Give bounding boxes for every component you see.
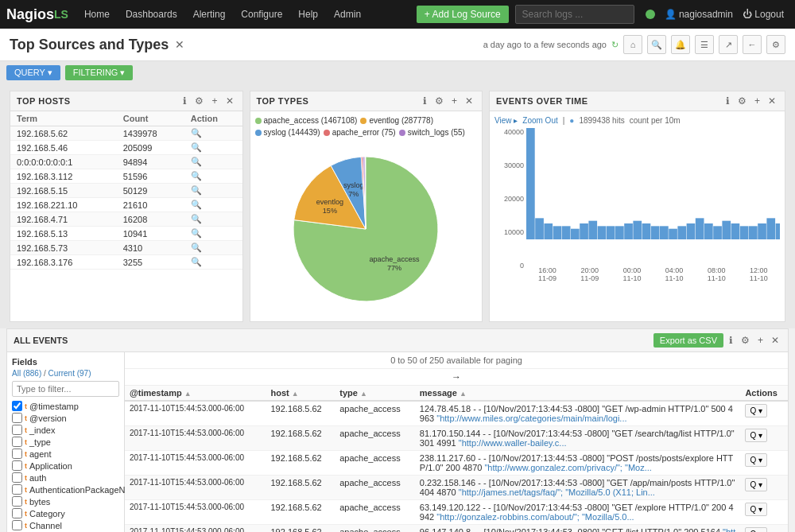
field-name-label[interactable]: _type <box>29 437 51 447</box>
host-action[interactable]: 🔍 <box>184 126 242 141</box>
nav-logout[interactable]: ⏻ Logout <box>743 9 784 20</box>
fields-all-link[interactable]: All (886) <box>12 369 41 378</box>
home-icon-btn[interactable]: ⌂ <box>623 35 642 54</box>
refresh-button[interactable]: ↻ <box>611 40 619 50</box>
settings-icon-events[interactable]: ⚙ <box>739 334 752 347</box>
host-action[interactable]: 🔍 <box>184 227 242 241</box>
table-icon-btn[interactable]: ☰ <box>695 35 714 54</box>
action-button[interactable]: Q ▾ <box>745 404 767 417</box>
add-icon-events[interactable]: + <box>755 334 766 347</box>
info-icon-events[interactable]: ℹ <box>727 334 735 347</box>
host-action[interactable]: 🔍 <box>184 255 242 270</box>
view-link[interactable]: View ▸ <box>494 116 518 125</box>
action-button[interactable]: Q ▾ <box>745 429 767 442</box>
export-csv-button[interactable]: Export as CSV <box>653 333 723 348</box>
search-icon[interactable]: 🔍 <box>191 200 202 209</box>
message-link[interactable]: "http://www.waller-bailey.c... <box>459 438 567 448</box>
field-name-label[interactable]: agent <box>29 449 52 459</box>
back-icon-btn[interactable]: ← <box>743 35 762 54</box>
search-input[interactable] <box>515 5 634 24</box>
action-button[interactable]: Q ▾ <box>745 478 767 491</box>
fields-search-input[interactable] <box>12 381 119 397</box>
field-checkbox[interactable] <box>12 437 22 447</box>
info-icon[interactable]: ℹ <box>180 95 189 107</box>
message-link[interactable]: "http://www.gonzalez.com/privacy/"; "Moz… <box>484 463 651 472</box>
close-icon[interactable]: ✕ <box>766 95 778 107</box>
action-button[interactable]: Q ▾ <box>745 527 767 532</box>
page-close-button[interactable]: ✕ <box>175 38 184 51</box>
host-action[interactable]: 🔍 <box>184 241 242 255</box>
field-checkbox[interactable] <box>12 425 22 435</box>
host-action[interactable]: 🔍 <box>184 184 242 198</box>
query-button[interactable]: QUERY ▾ <box>6 65 60 80</box>
filtering-button[interactable]: FILTERING ▾ <box>65 65 134 80</box>
add-icon[interactable]: + <box>752 95 762 107</box>
col-host[interactable]: host ▲ <box>266 386 335 401</box>
action-button[interactable]: Q ▾ <box>745 503 767 516</box>
field-checkbox[interactable] <box>12 472 22 483</box>
host-action[interactable]: 🔍 <box>184 155 242 169</box>
settings-icon[interactable]: ⚙ <box>432 95 446 107</box>
nav-alerting[interactable]: Alerting <box>185 0 234 29</box>
message-link[interactable]: "http://james.net/tags/faq/"; "Mozilla/5… <box>459 487 655 497</box>
close-icon[interactable]: ✕ <box>223 95 236 107</box>
next-page-arrow[interactable]: → <box>452 371 461 382</box>
message-link[interactable]: "http://www.miles.org/categories/main/ma… <box>436 414 626 423</box>
field-checkbox[interactable] <box>12 520 22 530</box>
search-icon[interactable]: 🔍 <box>191 228 202 238</box>
add-icon[interactable]: + <box>449 95 460 107</box>
search-icon[interactable]: 🔍 <box>191 171 202 181</box>
add-icon[interactable]: + <box>209 95 219 107</box>
field-checkbox[interactable] <box>12 508 22 518</box>
field-checkbox[interactable] <box>12 449 22 459</box>
field-name-label[interactable]: auth <box>29 473 46 483</box>
close-icon[interactable]: ✕ <box>463 95 475 107</box>
host-action[interactable]: 🔍 <box>184 141 242 155</box>
field-checkbox[interactable] <box>12 401 22 411</box>
nav-help[interactable]: Help <box>290 0 326 29</box>
action-button[interactable]: Q ▾ <box>745 453 767 467</box>
search-icon[interactable]: 🔍 <box>191 243 202 252</box>
nav-admin[interactable]: Admin <box>326 0 369 29</box>
field-name-label[interactable]: Category <box>29 509 65 518</box>
field-name-label[interactable]: Application <box>29 461 72 471</box>
nav-configure[interactable]: Configure <box>233 0 290 29</box>
field-name-label[interactable]: bytes <box>29 497 50 507</box>
search-icon-btn[interactable]: 🔍 <box>647 35 666 54</box>
search-icon[interactable]: 🔍 <box>191 214 202 223</box>
fields-current-link[interactable]: Current (97) <box>48 369 91 378</box>
nav-home[interactable]: Home <box>76 0 118 29</box>
field-name-label[interactable]: Channel <box>29 521 62 530</box>
field-checkbox[interactable] <box>12 496 22 507</box>
search-icon[interactable]: 🔍 <box>191 185 202 195</box>
search-icon[interactable]: 🔍 <box>191 257 202 266</box>
col-message[interactable]: message ▲ <box>415 386 741 401</box>
info-icon[interactable]: ℹ <box>723 95 732 107</box>
search-icon[interactable]: 🔍 <box>191 128 202 138</box>
share-icon-btn[interactable]: ↗ <box>719 35 738 54</box>
add-log-source-button[interactable]: + Add Log Source <box>417 6 509 23</box>
field-name-label[interactable]: @timestamp <box>29 402 79 411</box>
bell-icon-btn[interactable]: 🔔 <box>671 35 690 54</box>
host-action[interactable]: 🔍 <box>184 212 242 227</box>
field-name-label[interactable]: @version <box>29 414 67 423</box>
message-link[interactable]: "http://gonzalez-robbins.com/about/"; "M… <box>436 512 634 522</box>
nav-dashboards[interactable]: Dashboards <box>118 0 185 29</box>
info-icon[interactable]: ℹ <box>421 95 429 107</box>
field-checkbox[interactable] <box>12 460 22 471</box>
message-link[interactable]: "http://www.bonilla.info/tag/search/wp-c… <box>420 527 735 532</box>
host-action[interactable]: 🔍 <box>184 169 242 184</box>
settings-icon-btn[interactable]: ⚙ <box>766 35 785 54</box>
search-icon[interactable]: 🔍 <box>191 157 202 166</box>
col-type[interactable]: type ▲ <box>335 386 415 401</box>
close-icon-events[interactable]: ✕ <box>769 334 781 347</box>
search-icon[interactable]: 🔍 <box>191 142 202 152</box>
zoom-out-link[interactable]: Zoom Out <box>522 116 557 125</box>
field-name-label[interactable]: _index <box>29 425 55 435</box>
settings-icon[interactable]: ⚙ <box>735 95 749 107</box>
field-checkbox[interactable] <box>12 413 22 423</box>
col-timestamp[interactable]: @timestamp ▲ <box>125 386 266 401</box>
host-action[interactable]: 🔍 <box>184 198 242 212</box>
field-checkbox[interactable] <box>12 484 22 495</box>
settings-icon[interactable]: ⚙ <box>192 95 206 107</box>
